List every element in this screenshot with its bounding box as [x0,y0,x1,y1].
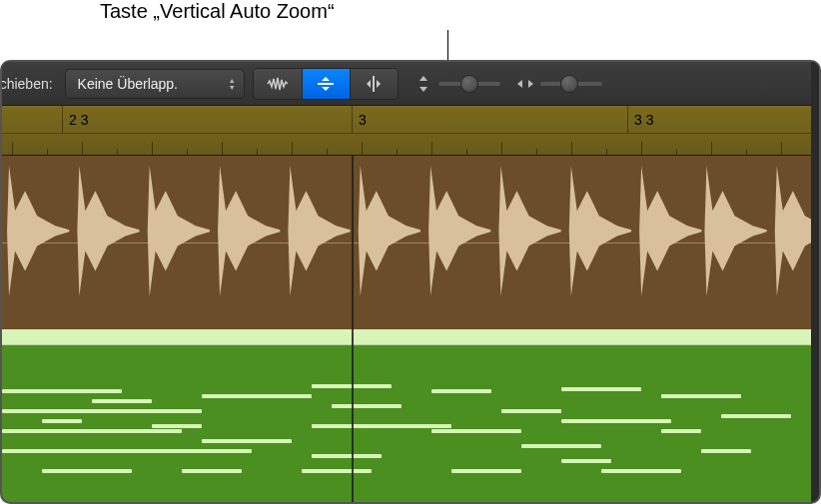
midi-note[interactable] [561,387,641,391]
midi-note[interactable] [2,389,122,393]
midi-note[interactable] [152,424,202,428]
horizontal-zoom-slider[interactable] [540,82,602,86]
horizontal-auto-zoom-button[interactable] [350,69,398,99]
dropdown-value: Keine Überlapp. [78,76,178,92]
dropdown-arrows-icon: ▲▼ [229,77,236,90]
midi-notes-area [2,329,819,503]
ruler-label: 3 [352,106,367,133]
timeline-ruler[interactable]: 2 333 3 [2,106,819,156]
midi-note[interactable] [661,429,701,433]
midi-note[interactable] [521,444,601,448]
slider-knob[interactable] [560,75,578,93]
shift-label: rschieben: [0,76,57,92]
playhead[interactable] [352,156,354,502]
vertical-arrows-icon [414,75,432,93]
midi-note[interactable] [561,419,671,423]
ruler-label: 3 3 [627,106,653,133]
vertical-zoom-slider[interactable] [438,82,500,86]
midi-note[interactable] [561,459,611,463]
midi-note[interactable] [431,389,491,393]
midi-note[interactable] [601,469,681,473]
horizontal-zoom-control [516,75,602,93]
slider-knob[interactable] [460,75,478,93]
ruler-label: 2 3 [62,106,88,133]
midi-note[interactable] [182,469,242,473]
tracks-area [2,156,819,502]
midi-note[interactable] [501,409,561,413]
midi-note[interactable] [661,394,741,398]
midi-note[interactable] [312,454,382,458]
vertical-auto-zoom-icon [316,74,336,94]
vertical-zoom-control [414,75,500,93]
midi-note[interactable] [431,429,521,433]
midi-note[interactable] [92,399,152,403]
toolbar: rschieben: Keine Überlapp. ▲▼ [2,62,819,106]
editor-window: rschieben: Keine Überlapp. ▲▼ [0,60,821,504]
callout-label: Taste „Vertical Auto Zoom“ [100,0,335,23]
midi-note[interactable] [202,394,312,398]
right-margin [811,62,819,502]
waveform-zoom-button[interactable] [254,69,302,99]
midi-track[interactable] [2,329,819,503]
midi-note[interactable] [701,449,751,453]
midi-note[interactable] [721,414,791,418]
midi-note[interactable] [332,404,402,408]
midi-note[interactable] [202,439,292,443]
zoom-button-group [253,68,399,100]
vertical-auto-zoom-button[interactable] [302,69,350,99]
midi-note[interactable] [302,469,372,473]
midi-note[interactable] [2,429,182,433]
waveform-zoom-icon [267,76,289,92]
midi-note[interactable] [312,424,451,428]
midi-note[interactable] [42,469,132,473]
midi-note[interactable] [2,449,252,453]
midi-note[interactable] [2,409,202,413]
audio-waveform [2,156,819,306]
midi-note[interactable] [451,469,521,473]
midi-note[interactable] [42,419,82,423]
horizontal-auto-zoom-icon [364,74,384,94]
audio-track[interactable] [2,156,819,329]
overlap-dropdown[interactable]: Keine Überlapp. ▲▼ [65,69,245,99]
horizontal-arrows-icon [516,75,534,93]
